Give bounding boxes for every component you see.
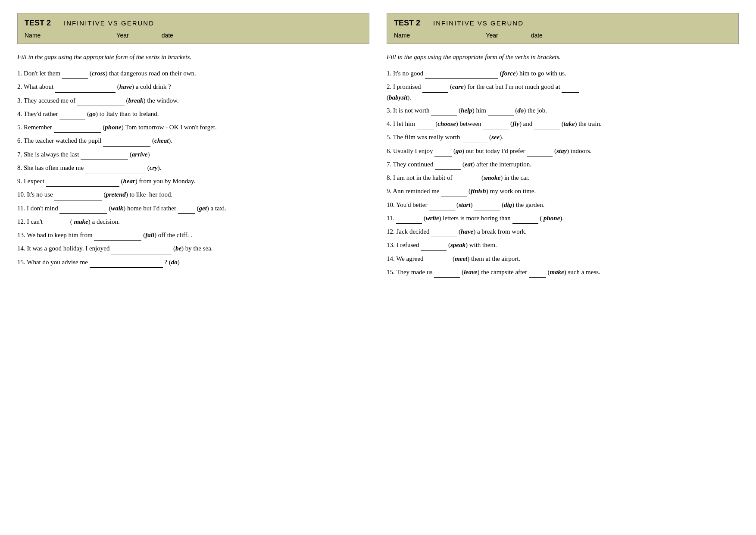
right-ex-12: 12. Jack decided (have) a break from wor… (387, 227, 739, 237)
page-container: TEST 2 INFINITIVE VS GERUND Name Year da… (17, 13, 739, 278)
left-ex-6: 6. The teacher watched the pupil (cheat)… (17, 136, 369, 146)
right-ex-7: 7. They continued (eat) after the interr… (387, 160, 739, 170)
right-blank-3b[interactable] (488, 106, 514, 116)
left-ex-11: 11. I don't mind (walk) home but I'd rat… (17, 203, 369, 214)
right-blank-15b[interactable] (529, 267, 546, 278)
right-blank-7[interactable] (435, 160, 461, 170)
right-blank-4b[interactable] (483, 119, 509, 129)
left-blank-7[interactable] (81, 150, 128, 160)
left-ex-2: 2. What about (have) a cold drink ? (17, 82, 369, 92)
left-blank-13[interactable] (94, 230, 141, 241)
left-test-subtitle: INFINITIVE VS GERUND (64, 19, 154, 27)
left-test-title: TEST 2 (25, 19, 51, 28)
right-blank-15a[interactable] (434, 267, 460, 278)
left-ex-13: 13. We had to keep him from (fall) off t… (17, 230, 369, 241)
left-ex-1: 1. Don't let them (cross) that dangerous… (17, 69, 369, 79)
left-ex-7: 7. She is always the last (arrive) (17, 150, 369, 160)
right-column: TEST 2 INFINITIVE VS GERUND Name Year da… (387, 13, 739, 278)
right-blank-1[interactable] (425, 69, 498, 79)
right-name-label: Name (394, 32, 410, 39)
right-blank-3a[interactable] (431, 106, 457, 116)
right-blank-12[interactable] (431, 227, 457, 237)
left-blank-12[interactable] (44, 217, 70, 227)
right-blank-9[interactable] (441, 186, 467, 197)
right-blank-6b[interactable] (527, 146, 553, 156)
right-blank-4c[interactable] (534, 119, 560, 129)
right-name-row: Name Year date (394, 32, 731, 41)
right-blank-2a[interactable] (422, 82, 448, 92)
right-date-field[interactable] (546, 32, 606, 39)
right-ex-2: 2. I promised (care) for the cat but I'm… (387, 82, 739, 103)
right-exercises: 1. It's no good (force) him to go with u… (387, 69, 739, 278)
left-name-row: Name Year date (25, 32, 362, 41)
right-test-subtitle: INFINITIVE VS GERUND (433, 19, 524, 27)
right-blank-11a[interactable] (396, 213, 422, 224)
left-ex-12: 12. I can't ( make) a decision. (17, 217, 369, 227)
right-title-row: TEST 2 INFINITIVE VS GERUND (394, 19, 731, 28)
left-blank-1[interactable] (62, 69, 88, 79)
left-blank-11a[interactable] (59, 203, 107, 214)
right-instruction: Fill in the gaps using the appropriate f… (387, 53, 739, 61)
right-blank-10a[interactable] (429, 200, 455, 210)
left-ex-4: 4. They'd rather (go) to Italy than to I… (17, 109, 369, 119)
right-blank-10b[interactable] (474, 200, 500, 210)
left-exercises: 1. Don't let them (cross) that dangerous… (17, 69, 369, 268)
right-ex-3: 3. It is not worth (help) him (do) the j… (387, 106, 739, 116)
right-ex-8: 8. I am not in the habit of (smoke) in t… (387, 173, 739, 183)
right-blank-11b[interactable] (512, 213, 538, 224)
left-name-label: Name (25, 32, 41, 39)
right-blank-14[interactable] (425, 254, 451, 264)
left-blank-9[interactable] (46, 176, 119, 187)
left-ex-5: 5. Remember (phone) Tom tomorrow - OK I … (17, 122, 369, 133)
right-blank-4a[interactable] (417, 119, 434, 129)
right-ex-15: 15. They made us (leave) the campsite af… (387, 267, 739, 278)
right-ex-10: 10. You'd better (start) (dig) the garde… (387, 200, 739, 210)
left-blank-14[interactable] (111, 244, 172, 254)
right-ex-11: 11. (write) letters is more boring than … (387, 213, 739, 224)
right-ex-4: 4. I let him (choose) between (fly) and … (387, 119, 739, 129)
left-blank-10[interactable] (54, 190, 102, 200)
left-blank-15[interactable] (90, 257, 163, 268)
right-blank-8[interactable] (454, 173, 480, 183)
right-date-label: date (531, 32, 543, 39)
right-name-field[interactable] (413, 32, 482, 39)
right-ex-5: 5. The film was really worth (see). (387, 132, 739, 143)
right-blank-6a[interactable] (434, 146, 452, 156)
right-header-box: TEST 2 INFINITIVE VS GERUND Name Year da… (387, 13, 739, 44)
left-blank-8[interactable] (85, 163, 146, 173)
right-ex-6: 6. Usually I enjoy (go) out but today I'… (387, 146, 739, 156)
left-column: TEST 2 INFINITIVE VS GERUND Name Year da… (17, 13, 369, 278)
left-blank-6[interactable] (103, 136, 150, 146)
left-title-row: TEST 2 INFINITIVE VS GERUND (25, 19, 362, 28)
right-ex-1: 1. It's no good (force) him to go with u… (387, 69, 739, 79)
left-date-field[interactable] (177, 32, 237, 39)
left-name-field[interactable] (44, 32, 113, 39)
left-blank-2[interactable] (55, 82, 116, 92)
left-blank-4[interactable] (59, 109, 85, 119)
right-year-label: Year (486, 32, 498, 39)
left-ex-10: 10. It's no use (pretend) to like her fo… (17, 190, 369, 200)
right-ex-9: 9. Ann reminded me (finish) my work on t… (387, 186, 739, 197)
left-header-box: TEST 2 INFINITIVE VS GERUND Name Year da… (17, 13, 369, 44)
left-blank-3[interactable] (77, 96, 125, 106)
right-year-field[interactable] (502, 32, 528, 39)
left-blank-5[interactable] (54, 122, 101, 133)
right-blank-5[interactable] (462, 132, 487, 143)
left-ex-9: 9. I expect (hear) from you by Monday. (17, 176, 369, 187)
left-ex-15: 15. What do you advise me ? (do) (17, 257, 369, 268)
left-year-label: Year (116, 32, 128, 39)
right-blank-13[interactable] (421, 240, 447, 250)
right-ex-13: 13. I refused (speak) with them. (387, 240, 739, 250)
left-instruction: Fill in the gaps using the appropriate f… (17, 53, 369, 61)
left-date-label: date (162, 32, 173, 39)
right-blank-2b[interactable] (562, 82, 579, 92)
left-blank-11b[interactable] (178, 203, 195, 214)
left-ex-3: 3. They accused me of (break) the window… (17, 96, 369, 106)
right-test-title: TEST 2 (394, 19, 420, 28)
left-ex-8: 8. She has often made me (cry). (17, 163, 369, 173)
right-ex-14: 14. We agreed (meet) them at the airport… (387, 254, 739, 264)
left-year-field[interactable] (132, 32, 158, 39)
left-ex-14: 14. It was a good holiday. I enjoyed (be… (17, 244, 369, 254)
